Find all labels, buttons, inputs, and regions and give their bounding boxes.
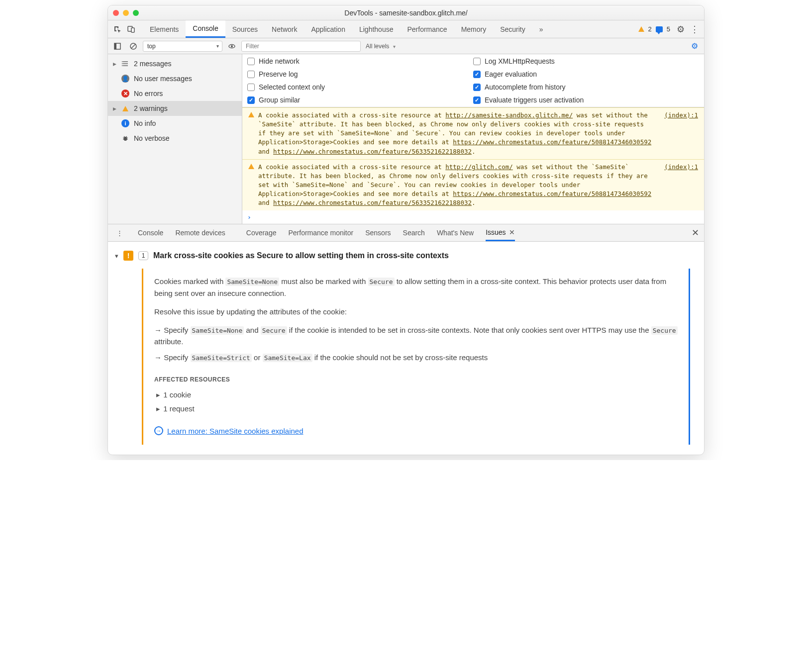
tab-network[interactable]: Network [265, 20, 304, 38]
warning-url-link[interactable]: http://glitch.com/ [445, 163, 512, 171]
option-selected-ctx[interactable]: Selected context only [247, 83, 473, 91]
issue-paragraph: Resolve this issue by updating the attri… [154, 306, 678, 317]
console-toolbar: top All levels ⚙ [108, 38, 704, 54]
affected-resources-heading: AFFECTED RESOURCES [154, 375, 678, 384]
sidebar-item-warnings[interactable]: ▸ 2 warnings [108, 101, 242, 116]
sidebar-label: No verbose [134, 134, 170, 142]
tab-performance[interactable]: Performance [400, 20, 454, 38]
svg-point-8 [122, 61, 123, 62]
learn-more-link[interactable]: Learn more: SameSite cookies explained [167, 425, 304, 437]
tab-console[interactable]: Console [186, 20, 225, 38]
console-settings-icon[interactable]: ⚙ [688, 40, 701, 53]
warning-text: A cookie associated with a cross-site re… [258, 111, 698, 156]
error-icon: ✕ [121, 89, 130, 98]
svg-rect-1 [131, 28, 134, 32]
option-eval-triggers[interactable]: Evaluate triggers user activation [473, 96, 699, 104]
drawer-tab-coverage[interactable]: Coverage [246, 224, 277, 241]
main-tabs: Elements Console Sources Network Applica… [143, 20, 550, 38]
clear-console-icon[interactable] [127, 40, 140, 53]
warning-icon [121, 104, 130, 113]
drawer-tab-console[interactable]: Console [138, 224, 163, 241]
context-selector-value: top [147, 43, 156, 50]
sidebar-label: 2 messages [134, 60, 171, 68]
issue-content: Cookies marked with SameSite=None must a… [142, 269, 690, 445]
context-selector[interactable]: top [143, 41, 222, 52]
option-eager-eval[interactable]: Eager evaluation [473, 70, 699, 78]
tab-sources[interactable]: Sources [225, 20, 265, 38]
kebab-menu-icon[interactable]: ⋮ [688, 23, 701, 36]
log-level-selector[interactable]: All levels [364, 43, 403, 50]
tab-elements[interactable]: Elements [143, 20, 186, 38]
message-icon [656, 26, 663, 32]
sidebar-label: No info [134, 119, 156, 127]
tab-security[interactable]: Security [493, 20, 532, 38]
learn-more-row: → Learn more: SameSite cookies explained [154, 425, 678, 437]
settings-icon[interactable]: ⚙ [674, 23, 687, 36]
warning-count: 2 [648, 25, 652, 33]
console-warning[interactable]: A cookie associated with a cross-site re… [242, 107, 704, 159]
console-options: Hide network Log XMLHttpRequests Preserv… [242, 54, 704, 107]
svg-point-10 [122, 65, 123, 66]
sidebar-item-messages[interactable]: ▸ 2 messages [108, 56, 242, 71]
warning-link[interactable]: https://www.chromestatus.com/feature/508… [453, 138, 651, 146]
warning-icon [248, 164, 254, 169]
drawer-tab-remote[interactable]: Remote devices [175, 224, 225, 241]
tab-lighthouse[interactable]: Lighthouse [352, 20, 401, 38]
close-window-button[interactable] [113, 10, 119, 16]
affected-resource-item[interactable]: 1 request [156, 403, 678, 414]
issue-header[interactable]: ▾ ! 1 Mark cross-site cookies as Secure … [108, 248, 704, 264]
sidebar-item-info[interactable]: i No info [108, 116, 242, 131]
close-icon[interactable]: ✕ [509, 228, 515, 236]
tab-memory[interactable]: Memory [454, 20, 494, 38]
maximize-window-button[interactable] [133, 10, 139, 16]
devtools-window: DevTools - samesite-sandbox.glitch.me/ E… [107, 5, 705, 455]
drawer-tab-sensors[interactable]: Sensors [365, 224, 391, 241]
filter-input[interactable] [241, 41, 361, 52]
sidebar-item-errors[interactable]: ✕ No errors [108, 86, 242, 101]
issue-paragraph: Cookies marked with SameSite=None must a… [154, 276, 678, 299]
warning-link[interactable]: https://www.chromestatus.com/feature/563… [273, 199, 472, 206]
inspect-icon[interactable] [111, 23, 124, 36]
external-link-icon: → [154, 426, 163, 435]
console-prompt[interactable]: › [242, 210, 704, 224]
sidebar-item-user[interactable]: 👤 No user messages [108, 71, 242, 86]
sidebar-label: No errors [134, 90, 163, 97]
warning-icon [638, 26, 644, 32]
drawer-menu-icon[interactable]: ⋮ [113, 226, 126, 239]
option-preserve-log[interactable]: Preserve log [247, 70, 473, 78]
main-tabs-row: Elements Console Sources Network Applica… [108, 20, 704, 38]
issue-bullet: Specify SameSite=Strict or SameSite=Lax … [154, 352, 678, 363]
console-warning[interactable]: A cookie associated with a cross-site re… [242, 159, 704, 211]
minimize-window-button[interactable] [123, 10, 129, 16]
issue-bullet: Specify SameSite=None and Secure if the … [154, 324, 678, 348]
warning-link[interactable]: https://www.chromestatus.com/feature/563… [273, 148, 472, 155]
option-log-xhr[interactable]: Log XMLHttpRequests [473, 57, 699, 65]
option-hide-network[interactable]: Hide network [247, 57, 473, 65]
drawer-tab-search[interactable]: Search [403, 224, 425, 241]
caret-icon: ▸ [112, 60, 117, 68]
warning-url-link[interactable]: http://samesite-sandbox.glitch.me/ [445, 111, 573, 119]
option-autocomplete[interactable]: Autocomplete from history [473, 83, 699, 91]
message-count: 5 [667, 25, 670, 33]
warning-source-link[interactable]: (index):1 [664, 163, 698, 172]
sidebar-item-verbose[interactable]: No verbose [108, 131, 242, 146]
tab-application[interactable]: Application [304, 20, 352, 38]
sidebar-toggle-icon[interactable] [111, 40, 124, 53]
drawer-close-icon[interactable]: ✕ [692, 227, 699, 238]
drawer-tabs: ⋮ Console Remote devices Coverage Perfor… [108, 224, 704, 242]
window-controls [113, 10, 139, 16]
device-toggle-icon[interactable] [125, 23, 138, 36]
drawer-tab-perfmon[interactable]: Performance monitor [288, 224, 353, 241]
console-sidebar: ▸ 2 messages 👤 No user messages ✕ No err… [108, 54, 242, 224]
live-expression-icon[interactable] [225, 40, 238, 53]
warning-source-link[interactable]: (index):1 [664, 111, 698, 120]
option-group-similar[interactable]: Group similar [247, 96, 473, 104]
caret-down-icon: ▾ [115, 252, 118, 260]
status-counts[interactable]: 2 5 [638, 25, 670, 33]
drawer-tab-whatsnew[interactable]: What's New [437, 224, 474, 241]
affected-resource-item[interactable]: 1 cookie [156, 389, 678, 400]
warning-link[interactable]: https://www.chromestatus.com/feature/508… [453, 190, 651, 197]
svg-point-9 [122, 63, 123, 64]
drawer-tab-issues[interactable]: Issues✕ [486, 224, 514, 241]
tabs-overflow[interactable]: » [532, 20, 550, 38]
